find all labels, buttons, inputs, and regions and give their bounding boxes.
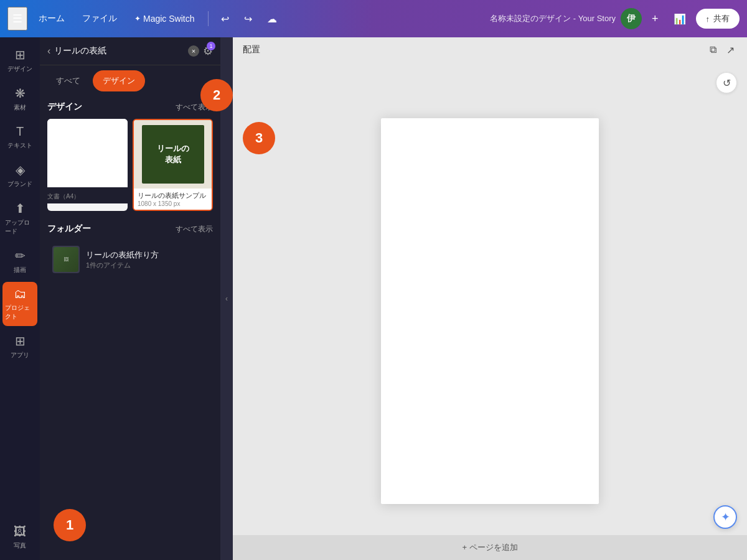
header-divider — [208, 11, 209, 26]
design-icon: ⊞ — [15, 47, 26, 62]
file-button[interactable]: ファイル — [76, 9, 123, 28]
sidebar-label-upload: アップロード — [5, 218, 35, 236]
share-label: 共有 — [713, 13, 730, 24]
text-icon: T — [16, 124, 24, 139]
redo-button[interactable]: ↪ — [239, 9, 257, 29]
add-page-button[interactable]: + ページを追加 — [462, 542, 517, 553]
search-input-wrap: × — [54, 44, 199, 58]
photos-icon: 🖼 — [14, 525, 26, 539]
home-button[interactable]: ホーム — [32, 9, 71, 28]
folder-section-header: フォルダー すべて表示 — [47, 223, 213, 235]
sidebar-item-upload[interactable]: ⬆ アップロード — [2, 196, 37, 241]
folder-thumb-img: 🖼 — [54, 247, 78, 272]
doc-title: 名称未設定のデザイン - Your Story — [490, 13, 616, 24]
folder-info: リールの表紙作り方 1件のアイテム — [86, 250, 208, 270]
sidebar-item-text[interactable]: T テキスト — [2, 119, 37, 155]
canvas-area: 配置 ⧉ ↗ ↺ + ページを追加 ✦ — [233, 37, 747, 560]
folder-show-all-button[interactable]: すべて表示 — [176, 224, 213, 235]
sidebar-item-design[interactable]: ⊞ デザイン — [2, 42, 37, 78]
blank-thumb — [47, 119, 128, 187]
tab-design[interactable]: デザイン — [93, 70, 145, 91]
project-icon: 🗂 — [14, 287, 26, 301]
brand-icon: ◈ — [16, 162, 25, 177]
external-icon-button[interactable]: ↗ — [724, 42, 737, 58]
design-section-title: デザイン — [47, 101, 82, 113]
design-section-header: デザイン すべて表示 — [47, 101, 213, 113]
header: ☰ ホーム ファイル ✦ Magic Switch ↩ ↪ ☁ 名称未設定のデザ… — [0, 0, 747, 37]
left-panel: ‹ × ⚙ 1 すべて デザイン デザイン すべて表示 — [40, 37, 220, 560]
elements-icon: ❋ — [15, 86, 26, 101]
copy-icon-button[interactable]: ⧉ — [707, 42, 719, 58]
sidebar-item-draw[interactable]: ✏ 描画 — [2, 243, 37, 279]
sample-card-size: 1080 x 1350 px — [138, 200, 208, 207]
search-clear-button[interactable]: × — [188, 45, 199, 57]
sidebar-label-brand: ブランド — [7, 180, 32, 189]
apps-icon: ⊞ — [15, 334, 26, 348]
sample-card-name: リールの表紙サンプル — [138, 191, 208, 200]
canvas-toolbar: 配置 ⧉ ↗ — [233, 37, 747, 62]
folder-name: リールの表紙作り方 — [86, 250, 208, 261]
blank-card-label: 文書（A4） — [47, 190, 128, 201]
analytics-button[interactable]: 📊 — [669, 9, 691, 29]
magic-switch-button[interactable]: ✦ Magic Switch — [128, 10, 200, 27]
search-back-button[interactable]: ‹ — [47, 45, 50, 57]
filter-badge: 1 — [207, 42, 215, 50]
share-icon: ↑ — [706, 14, 710, 24]
design-grid: 文書（A4） リールの表紙 リールの表紙サンプル 1080 x 1350 px — [47, 119, 213, 211]
sidebar-item-brand[interactable]: ◈ ブランド — [2, 157, 37, 194]
header-right: 名称未設定のデザイン - Your Story 伊 + 📊 ↑ 共有 — [490, 8, 740, 29]
sample-thumb: リールの表紙 — [134, 120, 212, 189]
folder-item[interactable]: 🖼 リールの表紙作り方 1件のアイテム — [47, 241, 213, 278]
sidebar-label-elements: 素材 — [14, 103, 26, 112]
canvas-toolbar-right: ⧉ ↗ — [707, 42, 737, 58]
magic-switch-label: Magic Switch — [143, 14, 194, 24]
sample-thumb-inner: リールの表紙 — [142, 125, 204, 184]
add-collaborator-button[interactable]: + — [647, 10, 664, 28]
folder-section: フォルダー すべて表示 🖼 リールの表紙作り方 1件のアイテム — [47, 223, 213, 278]
add-page-bar[interactable]: + ページを追加 — [233, 535, 747, 560]
undo-button[interactable]: ↩ — [216, 9, 234, 29]
panel-content: デザイン すべて表示 文書（A4） リールの表紙 — [40, 96, 220, 560]
collapse-handle[interactable]: ‹ — [220, 37, 233, 560]
sidebar-item-elements[interactable]: ❋ 素材 — [2, 81, 37, 117]
cloud-save-button[interactable]: ☁ — [262, 9, 282, 29]
avatar-button[interactable]: 伊 — [621, 8, 642, 29]
sidebar-label-apps: アプリ — [11, 351, 29, 360]
folder-thumb-inner: 🖼 — [54, 247, 78, 272]
sidebar-item-apps[interactable]: ⊞ アプリ — [2, 329, 37, 365]
search-bar: ‹ × ⚙ 1 — [40, 37, 220, 65]
magic-fab-button[interactable]: ✦ — [713, 505, 737, 529]
filter-button[interactable]: ⚙ 1 — [203, 44, 213, 58]
share-button[interactable]: ↑ 共有 — [696, 9, 740, 29]
sidebar-label-draw: 描画 — [14, 266, 26, 274]
folder-count: 1件のアイテム — [86, 261, 208, 270]
sidebar-icons: ⊞ デザイン ❋ 素材 T テキスト ◈ ブランド ⬆ アップロード ✏ 描画 … — [0, 37, 40, 560]
menu-icon[interactable]: ☰ — [7, 7, 27, 30]
panel-tabs: すべて デザイン — [40, 65, 220, 96]
upload-icon: ⬆ — [15, 201, 26, 216]
sidebar-label-design: デザイン — [7, 65, 32, 73]
canvas-toolbar-label: 配置 — [243, 44, 260, 55]
sidebar-label-photos: 写真 — [14, 541, 26, 550]
design-card-blank[interactable]: 文書（A4） — [47, 119, 128, 211]
search-input[interactable] — [54, 44, 199, 58]
sidebar-label-project: プロジェクト — [5, 304, 35, 321]
sidebar-item-photos[interactable]: 🖼 写真 — [2, 520, 37, 555]
folder-section-title: フォルダー — [47, 223, 91, 235]
canvas-refresh-button[interactable]: ↺ — [716, 72, 737, 93]
sidebar-label-text: テキスト — [7, 141, 32, 150]
tab-all[interactable]: すべて — [47, 70, 89, 91]
canvas-page[interactable] — [381, 118, 599, 504]
sidebar-item-project[interactable]: 🗂 プロジェクト — [2, 282, 37, 326]
main-layout: ⊞ デザイン ❋ 素材 T テキスト ◈ ブランド ⬆ アップロード ✏ 描画 … — [0, 37, 747, 560]
folder-thumb: 🖼 — [52, 246, 80, 273]
draw-icon: ✏ — [15, 248, 26, 263]
sample-thumb-text: リールの表紙 — [157, 143, 189, 166]
canvas-content: ↺ — [233, 62, 747, 560]
design-card-sample[interactable]: リールの表紙 リールの表紙サンプル 1080 x 1350 px — [133, 119, 213, 211]
design-show-all-button[interactable]: すべて表示 — [176, 102, 213, 113]
sample-card-info: リールの表紙サンプル 1080 x 1350 px — [134, 189, 212, 210]
magic-switch-star-icon: ✦ — [134, 14, 141, 23]
